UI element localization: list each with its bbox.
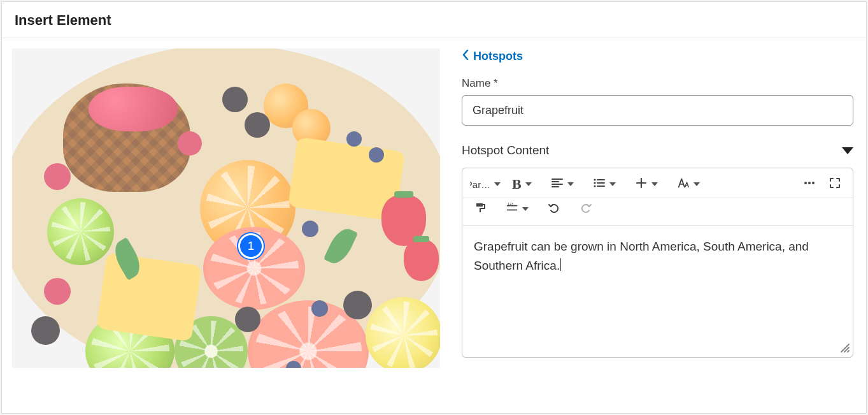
- editor-toolbar: Par… B: [462, 168, 853, 198]
- paragraph-style-select[interactable]: Par…: [470, 173, 508, 195]
- bullet-list-icon: [593, 177, 606, 192]
- svg-point-2: [594, 185, 595, 187]
- chevron-down-icon: [651, 182, 658, 186]
- hotspot-marker-number: 1: [248, 239, 255, 253]
- dialog-body: 1 Hotspots Name * Hotspot Content Par…: [2, 38, 866, 378]
- hotspot-content-title: Hotspot Content: [462, 143, 549, 157]
- ellipsis-icon: [803, 177, 816, 192]
- back-to-hotspots[interactable]: Hotspots: [462, 48, 853, 77]
- name-label: Name *: [462, 77, 853, 90]
- chevron-down-icon: [609, 182, 616, 186]
- svg-point-1: [594, 182, 595, 184]
- resize-handle[interactable]: [839, 342, 850, 356]
- chevron-down-icon: [525, 182, 532, 186]
- format-painter-icon: [474, 201, 487, 217]
- redo-button[interactable]: [576, 198, 596, 220]
- chevron-down-icon: [694, 182, 700, 186]
- back-label: Hotspots: [473, 50, 523, 63]
- editor-text: Grapefruit can be grown in North America…: [474, 240, 809, 272]
- equation-button[interactable]: 123: [502, 198, 544, 220]
- chevron-down-icon: [567, 182, 574, 186]
- chevron-down-icon: [494, 182, 501, 186]
- dialog: Insert Element: [1, 1, 867, 414]
- editor-toolbar-row2: 123: [462, 198, 853, 226]
- chevron-down-icon: [842, 147, 853, 154]
- align-left-icon: [551, 177, 564, 192]
- format-painter-button[interactable]: [470, 198, 502, 220]
- chevron-left-icon: [462, 50, 469, 63]
- name-input[interactable]: [462, 95, 853, 126]
- resize-icon: [839, 344, 850, 355]
- dialog-title: Insert Element: [15, 12, 853, 29]
- bold-button[interactable]: B: [508, 173, 547, 195]
- preview-overlay: [12, 48, 440, 368]
- rich-text-editor: Par… B: [462, 168, 853, 358]
- equation-icon: 123: [506, 201, 518, 217]
- bold-icon: B: [512, 177, 522, 191]
- svg-point-5: [812, 182, 815, 184]
- font-button[interactable]: [673, 173, 715, 195]
- image-preview[interactable]: 1: [12, 48, 440, 368]
- editor-content[interactable]: Grapefruit can be grown in North America…: [462, 226, 853, 357]
- fullscreen-icon: [829, 177, 841, 192]
- list-button[interactable]: [589, 173, 631, 195]
- hotspot-content-toggle[interactable]: Hotspot Content: [462, 143, 853, 157]
- hotspot-marker-1[interactable]: 1: [238, 233, 264, 259]
- paragraph-style-label: Par…: [470, 179, 490, 190]
- chevron-down-icon: [522, 207, 529, 211]
- redo-icon: [580, 201, 592, 217]
- edit-panel: Hotspots Name * Hotspot Content Par… B: [462, 48, 856, 368]
- fullscreen-button[interactable]: [825, 173, 845, 195]
- svg-point-0: [594, 178, 595, 180]
- insert-button[interactable]: [631, 173, 673, 195]
- undo-button[interactable]: [544, 198, 576, 220]
- font-icon: [677, 177, 690, 192]
- dialog-header: Insert Element: [2, 2, 866, 38]
- svg-point-4: [808, 182, 811, 184]
- svg-point-3: [804, 182, 807, 184]
- more-button[interactable]: [799, 173, 820, 195]
- plus-icon: [635, 177, 648, 192]
- align-button[interactable]: [547, 173, 589, 195]
- svg-text:123: 123: [508, 202, 513, 206]
- undo-icon: [548, 201, 560, 217]
